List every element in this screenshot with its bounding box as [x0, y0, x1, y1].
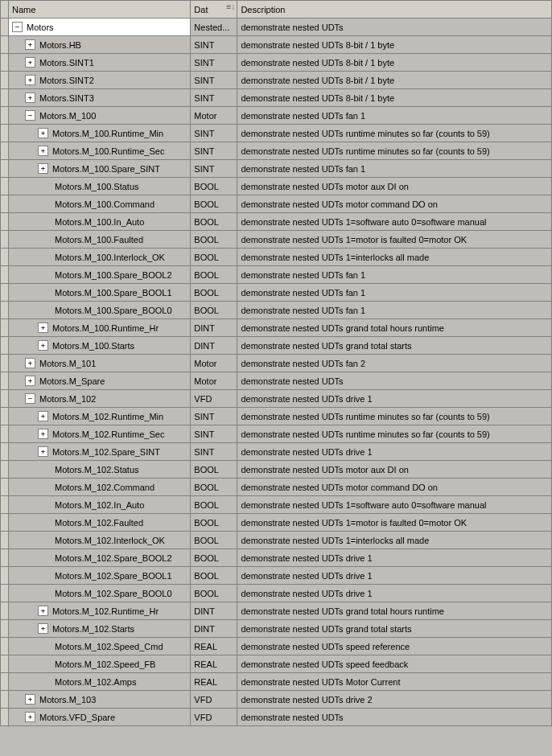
row-gutter[interactable]: [1, 266, 9, 284]
datatype-cell[interactable]: VFD: [191, 709, 237, 726]
description-cell[interactable]: demonstrate nested UDTs grand total hour…: [237, 319, 552, 337]
description-cell[interactable]: demonstrate nested UDTs drive 1: [237, 549, 552, 567]
table-row[interactable]: Motors.M_100.Spare_BOOL2BOOLdemonstrate …: [1, 266, 552, 284]
table-row[interactable]: +Motors.SINT2SINTdemonstrate nested UDTs…: [1, 72, 552, 89]
description-cell[interactable]: demonstrate nested UDTs 1=motor is fault…: [237, 514, 552, 532]
table-row[interactable]: Motors.M_102.Speed_CmdREALdemonstrate ne…: [1, 638, 552, 655]
datatype-cell[interactable]: BOOL: [191, 284, 237, 302]
name-cell[interactable]: Motors.M_100.Spare_BOOL1: [9, 284, 191, 302]
datatype-cell[interactable]: SINT: [191, 72, 237, 89]
datatype-cell[interactable]: BOOL: [191, 479, 237, 496]
table-row[interactable]: Motors.M_100.FaultedBOOLdemonstrate nest…: [1, 231, 552, 249]
description-cell[interactable]: demonstrate nested UDTs Motor Current: [237, 673, 552, 691]
row-gutter[interactable]: [1, 178, 9, 195]
datatype-cell[interactable]: VFD: [191, 691, 237, 709]
row-gutter[interactable]: [1, 302, 9, 319]
datatype-cell[interactable]: BOOL: [191, 195, 237, 213]
name-cell[interactable]: +Motors.VFD_Spare: [9, 709, 191, 726]
description-cell[interactable]: demonstrate nested UDTs 1=software auto …: [237, 496, 552, 514]
description-cell[interactable]: demonstrate nested UDTs 8-bit / 1 byte: [237, 54, 552, 72]
expand-icon[interactable]: +: [25, 92, 35, 103]
datatype-cell[interactable]: SINT: [191, 125, 237, 142]
expand-icon[interactable]: +: [25, 57, 35, 68]
name-cell[interactable]: +Motors.M_102.Runtime_Min: [9, 408, 191, 425]
name-cell[interactable]: Motors.M_100.Status: [9, 178, 191, 195]
name-cell[interactable]: Motors.M_100.Command: [9, 195, 191, 213]
name-cell[interactable]: −Motors.M_100: [9, 107, 191, 125]
row-gutter[interactable]: [1, 655, 9, 673]
datatype-cell[interactable]: BOOL: [191, 302, 237, 319]
description-cell[interactable]: demonstrate nested UDTs runtime minutes …: [237, 125, 552, 142]
datatype-cell[interactable]: BOOL: [191, 178, 237, 195]
table-row[interactable]: Motors.M_100.CommandBOOLdemonstrate nest…: [1, 195, 552, 213]
datatype-cell[interactable]: DINT: [191, 602, 237, 620]
description-cell[interactable]: demonstrate nested UDTs drive 1: [237, 567, 552, 585]
collapse-icon[interactable]: −: [25, 110, 35, 121]
row-gutter[interactable]: [1, 231, 9, 249]
table-row[interactable]: Motors.M_102.Speed_FBREALdemonstrate nes…: [1, 655, 552, 673]
table-row[interactable]: Motors.M_100.Spare_BOOL0BOOLdemonstrate …: [1, 302, 552, 319]
name-cell[interactable]: −Motors: [9, 18, 191, 36]
description-cell[interactable]: demonstrate nested UDTs fan 1: [237, 107, 552, 125]
expand-icon[interactable]: +: [25, 39, 35, 50]
table-row[interactable]: +Motors.VFD_SpareVFDdemonstrate nested U…: [1, 709, 552, 726]
description-cell[interactable]: demonstrate nested UDTs 8-bit / 1 byte: [237, 72, 552, 89]
datatype-cell[interactable]: Motor: [191, 372, 237, 390]
table-row[interactable]: +Motors.M_SpareMotordemonstrate nested U…: [1, 372, 552, 390]
table-row[interactable]: −Motors.M_102VFDdemonstrate nested UDTs …: [1, 390, 552, 408]
name-cell[interactable]: Motors.M_102.Status: [9, 461, 191, 479]
description-cell[interactable]: demonstrate nested UDTs speed feedback: [237, 655, 552, 673]
row-gutter[interactable]: [1, 89, 9, 107]
row-gutter[interactable]: [1, 54, 9, 72]
datatype-cell[interactable]: Motor: [191, 355, 237, 372]
table-row[interactable]: +Motors.M_100.Runtime_MinSINTdemonstrate…: [1, 125, 552, 142]
description-cell[interactable]: demonstrate nested UDTs fan 1: [237, 302, 552, 319]
table-row[interactable]: +Motors.M_102.Runtime_HrDINTdemonstrate …: [1, 602, 552, 620]
name-cell[interactable]: +Motors.M_100.Runtime_Hr: [9, 319, 191, 337]
name-cell[interactable]: +Motors.M_102.Runtime_Hr: [9, 602, 191, 620]
datatype-cell[interactable]: Nested...: [191, 18, 237, 36]
row-gutter[interactable]: [1, 284, 9, 302]
expand-icon[interactable]: +: [25, 358, 35, 368]
row-gutter[interactable]: [1, 461, 9, 479]
table-row[interactable]: Motors.M_100.StatusBOOLdemonstrate neste…: [1, 178, 552, 195]
description-cell[interactable]: demonstrate nested UDTs drive 1: [237, 443, 552, 461]
row-gutter[interactable]: [1, 213, 9, 231]
datatype-cell[interactable]: SINT: [191, 160, 237, 178]
row-gutter[interactable]: [1, 195, 9, 213]
row-gutter[interactable]: [1, 673, 9, 691]
datatype-cell[interactable]: BOOL: [191, 249, 237, 266]
expand-icon[interactable]: +: [25, 694, 35, 705]
name-cell[interactable]: Motors.M_102.Spare_BOOL2: [9, 549, 191, 567]
datatype-cell[interactable]: BOOL: [191, 585, 237, 602]
datatype-cell[interactable]: REAL: [191, 673, 237, 691]
table-row[interactable]: Motors.M_102.AmpsREALdemonstrate nested …: [1, 673, 552, 691]
description-cell[interactable]: demonstrate nested UDTs motor command DO…: [237, 195, 552, 213]
name-cell[interactable]: Motors.M_102.Spare_BOOL0: [9, 585, 191, 602]
header-description[interactable]: Description: [237, 1, 552, 18]
description-cell[interactable]: demonstrate nested UDTs 1=interlocks all…: [237, 532, 552, 549]
table-row[interactable]: +Motors.SINT3SINTdemonstrate nested UDTs…: [1, 89, 552, 107]
row-gutter[interactable]: [1, 425, 9, 443]
name-cell[interactable]: +Motors.HB: [9, 36, 191, 54]
row-gutter[interactable]: [1, 602, 9, 620]
expand-icon[interactable]: +: [38, 446, 48, 457]
datatype-cell[interactable]: REAL: [191, 638, 237, 655]
row-gutter[interactable]: [1, 638, 9, 655]
name-cell[interactable]: Motors.M_102.Faulted: [9, 514, 191, 532]
expand-icon[interactable]: +: [38, 606, 48, 616]
row-gutter[interactable]: [1, 372, 9, 390]
description-cell[interactable]: demonstrate nested UDTs fan 1: [237, 284, 552, 302]
datatype-cell[interactable]: VFD: [191, 390, 237, 408]
table-row[interactable]: +Motors.M_100.Runtime_SecSINTdemonstrate…: [1, 142, 552, 160]
description-cell[interactable]: demonstrate nested UDTs fan 1: [237, 266, 552, 284]
name-cell[interactable]: Motors.M_102.Speed_Cmd: [9, 638, 191, 655]
description-cell[interactable]: demonstrate nested UDTs drive 2: [237, 691, 552, 709]
description-cell[interactable]: demonstrate nested UDTs 8-bit / 1 byte: [237, 89, 552, 107]
datatype-cell[interactable]: DINT: [191, 620, 237, 638]
table-row[interactable]: Motors.M_102.StatusBOOLdemonstrate neste…: [1, 461, 552, 479]
collapse-icon[interactable]: −: [12, 22, 23, 32]
datatype-cell[interactable]: DINT: [191, 319, 237, 337]
expand-icon[interactable]: +: [38, 323, 48, 333]
expand-icon[interactable]: +: [25, 712, 35, 722]
